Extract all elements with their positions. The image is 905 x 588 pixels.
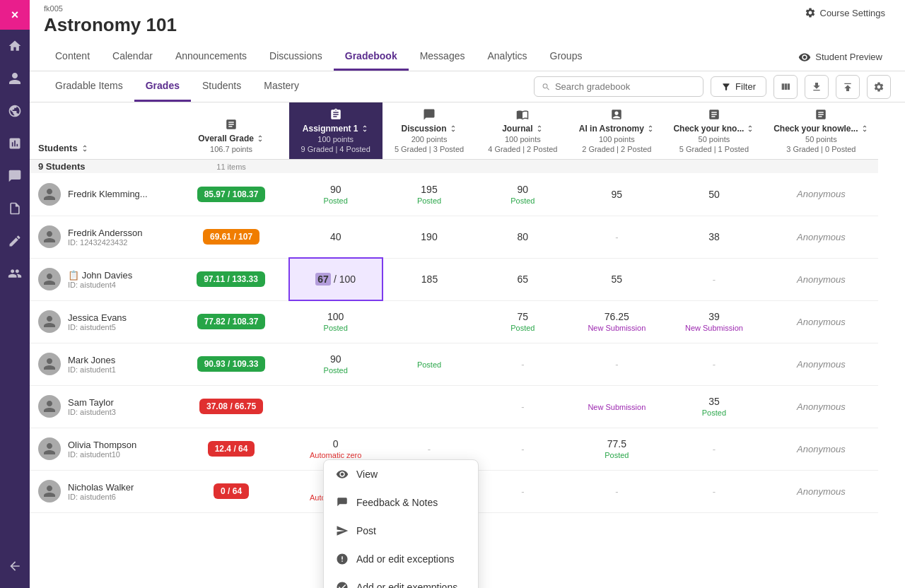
table-row: Fredrik Klemming... 85.97 / 108.37 90Pos… [30, 173, 878, 216]
disc-meta [383, 160, 476, 174]
overall-col-label: Overall Grade [198, 134, 254, 143]
import-button[interactable] [836, 75, 860, 99]
overall-grade: 97.11 / 133.33 [174, 258, 289, 300]
overall-grade: 0 / 64 [174, 470, 289, 512]
a1-score[interactable]: 90Posted [289, 343, 383, 385]
tab-groups[interactable]: Groups [539, 43, 594, 71]
th-students[interactable]: Students [30, 102, 174, 160]
course-settings-label: Course Settings [820, 8, 886, 18]
journal-graded: 4 Graded | 2 Posted [484, 145, 561, 153]
course-settings-button[interactable]: Course Settings [799, 4, 892, 21]
context-menu-feedback[interactable]: Feedback & Notes [324, 488, 478, 517]
export-button[interactable] [805, 75, 829, 99]
student-id: ID: aistudent3 [68, 408, 116, 416]
context-exemptions-label: Add or edit exemptions [356, 582, 457, 588]
ai-sort-icon [646, 124, 655, 133]
filter-button[interactable]: Filter [711, 76, 766, 97]
score-status: Posted [484, 196, 561, 205]
tab-gradebook[interactable]: Gradebook [334, 43, 409, 71]
context-exceptions-label: Add or edit exceptions [356, 553, 455, 565]
dash: - [713, 359, 716, 370]
context-menu-exemptions[interactable]: Add or edit exemptions [324, 573, 478, 588]
jour-score: 75Posted [476, 300, 569, 343]
sidebar-back-icon[interactable] [0, 551, 30, 581]
th-assignment1[interactable]: Assignment 1 100 points 9 Graded | 4 Pos… [289, 102, 383, 160]
tab-calendar[interactable]: Calendar [101, 43, 164, 71]
context-post-label: Post [356, 525, 376, 536]
tab-discussions[interactable]: Discussions [258, 43, 334, 71]
discussion-graded: 5 Graded | 3 Posted [391, 145, 467, 153]
overall-grade: 90.93 / 109.33 [174, 343, 289, 385]
chk2-score: Anonymous [764, 343, 878, 385]
tab-announcements[interactable]: Announcements [164, 43, 258, 71]
sidebar-messages-icon[interactable] [0, 161, 30, 191]
th-discussion[interactable]: Discussion 200 points 5 Graded | 3 Poste… [383, 102, 476, 160]
sidebar-gradebook-icon[interactable] [0, 129, 30, 158]
jour-score: - [476, 470, 569, 512]
tab-content[interactable]: Content [44, 43, 101, 71]
th-journal[interactable]: Journal 100 points 4 Graded | 2 Posted [476, 102, 569, 160]
sidebar-globe-icon[interactable] [0, 96, 30, 126]
score-status: Posted [391, 196, 467, 205]
ai-score: - [570, 216, 665, 258]
search-box[interactable] [534, 76, 703, 97]
th-overall[interactable]: Overall Grade 106.7 points [174, 102, 289, 160]
sidebar-edit-icon[interactable] [0, 226, 30, 256]
th-check1[interactable]: Check your kno... 50 points 5 Graded | 1… [664, 102, 764, 160]
a1-score-selected[interactable]: 67 / 100 [289, 258, 383, 300]
score-value: 65 [484, 274, 561, 285]
disc-score: 190 [383, 216, 476, 258]
score-value: 80 [484, 231, 561, 242]
student-name: Mark Jones [68, 355, 116, 365]
special-icon: 📋 [68, 270, 82, 281]
ai-score: 77.5Posted [570, 428, 665, 470]
dash: - [615, 359, 618, 370]
sidebar: × [0, 0, 30, 588]
sidebar-people-icon[interactable] [0, 259, 30, 288]
score-value: 95 [578, 189, 656, 200]
a1-score[interactable]: 40 [289, 216, 383, 258]
a1-score[interactable] [289, 385, 383, 428]
sidebar-close-button[interactable]: × [0, 0, 30, 30]
anon-label: Anonymous [797, 317, 846, 327]
settings-button[interactable] [867, 75, 891, 99]
course-meta: fk005 Astronomy 101 Course Settings [44, 4, 891, 40]
sidebar-user-icon[interactable] [0, 64, 30, 93]
subtab-mastery[interactable]: Mastery [252, 71, 310, 102]
overall-grade-icon [225, 118, 238, 131]
th-ai-astronomy[interactable]: AI in Astronomy 100 points 2 Graded | 2 … [570, 102, 665, 160]
table-row: Mark Jones ID: aistudent1 90.93 / 109.33… [30, 343, 878, 385]
subtab-gradable-items[interactable]: Gradable Items [44, 71, 134, 102]
anon-label: Anonymous [797, 189, 846, 199]
th-check2[interactable]: Check your knowle... 50 points 3 Graded … [764, 102, 878, 160]
student-name-container: Fredrik Klemming... [68, 189, 148, 199]
student-cell: Jessica Evans ID: aistudent5 [30, 300, 174, 343]
student-info: 📋 John Davies ID: aistudent4 [30, 262, 174, 296]
context-menu-exceptions[interactable]: Add or edit exceptions [324, 545, 478, 573]
ai-score: - [570, 343, 665, 385]
context-menu-view[interactable]: View [324, 460, 478, 488]
ai-score: 95 [570, 173, 665, 216]
student-name: 📋 John Davies [68, 270, 132, 281]
view-columns-button[interactable] [773, 75, 798, 99]
student-id: ID: aistudent1 [68, 365, 116, 374]
student-cell: 📋 John Davies ID: aistudent4 [30, 258, 174, 300]
chk2-meta [764, 160, 878, 174]
subtab-students[interactable]: Students [191, 71, 252, 102]
student-preview-button[interactable]: Student Preview [790, 45, 891, 69]
tab-messages[interactable]: Messages [409, 43, 477, 71]
student-id: ID: aistudent5 [68, 323, 127, 331]
subtab-grades[interactable]: Grades [134, 71, 191, 102]
student-name: Nicholas Walker [68, 482, 134, 493]
ai-meta [570, 160, 665, 174]
context-menu-post[interactable]: Post [324, 517, 478, 545]
student-name-container: Sam Taylor ID: aistudent3 [68, 397, 116, 416]
student-cell: Fredrik Klemming... [30, 173, 174, 216]
tab-analytics[interactable]: Analytics [476, 43, 538, 71]
sidebar-docs-icon[interactable] [0, 194, 30, 223]
search-input[interactable] [555, 81, 696, 92]
score-value: 50 [672, 189, 756, 200]
sidebar-home-icon[interactable] [0, 31, 30, 61]
a1-score[interactable]: 100Posted [289, 300, 383, 343]
a1-score[interactable]: 90Posted [289, 173, 383, 216]
